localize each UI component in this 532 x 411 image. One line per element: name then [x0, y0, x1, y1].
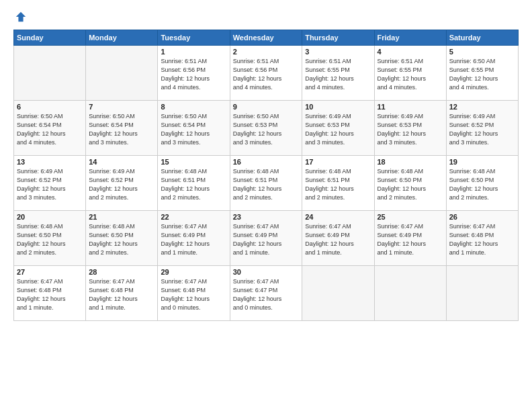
calendar-cell	[302, 266, 374, 321]
day-number: 25	[378, 213, 443, 221]
day-info: Sunrise: 6:47 AM Sunset: 6:48 PM Dayligh…	[17, 277, 83, 312]
calendar-cell: 14Sunrise: 6:49 AM Sunset: 6:52 PM Dayli…	[86, 156, 158, 211]
day-number: 24	[305, 213, 371, 221]
day-number: 15	[161, 158, 226, 166]
calendar-table: SundayMondayTuesdayWednesdayThursdayFrid…	[13, 30, 519, 321]
calendar-cell	[446, 266, 518, 321]
day-info: Sunrise: 6:47 AM Sunset: 6:47 PM Dayligh…	[233, 277, 299, 312]
day-number: 11	[378, 103, 443, 111]
day-number: 1	[161, 48, 226, 56]
weekday-header: Monday	[86, 30, 158, 46]
day-number: 19	[449, 158, 515, 166]
calendar-cell	[14, 46, 86, 101]
calendar-cell: 27Sunrise: 6:47 AM Sunset: 6:48 PM Dayli…	[14, 266, 86, 321]
day-number: 9	[233, 103, 299, 111]
calendar-cell: 3Sunrise: 6:51 AM Sunset: 6:55 PM Daylig…	[302, 46, 374, 101]
day-number: 8	[161, 103, 226, 111]
day-info: Sunrise: 6:49 AM Sunset: 6:53 PM Dayligh…	[378, 112, 443, 147]
logo-icon	[15, 11, 27, 23]
day-number: 28	[89, 268, 154, 276]
day-info: Sunrise: 6:48 AM Sunset: 6:50 PM Dayligh…	[449, 167, 515, 202]
calendar-cell: 20Sunrise: 6:48 AM Sunset: 6:50 PM Dayli…	[14, 211, 86, 266]
day-info: Sunrise: 6:51 AM Sunset: 6:55 PM Dayligh…	[305, 57, 371, 92]
calendar-cell	[86, 46, 158, 101]
day-number: 6	[17, 103, 83, 111]
calendar-cell: 10Sunrise: 6:49 AM Sunset: 6:53 PM Dayli…	[302, 101, 374, 156]
day-info: Sunrise: 6:48 AM Sunset: 6:51 PM Dayligh…	[305, 167, 371, 202]
calendar-cell: 1Sunrise: 6:51 AM Sunset: 6:56 PM Daylig…	[158, 46, 230, 101]
day-info: Sunrise: 6:50 AM Sunset: 6:54 PM Dayligh…	[17, 112, 83, 147]
calendar-cell: 11Sunrise: 6:49 AM Sunset: 6:53 PM Dayli…	[374, 101, 446, 156]
day-number: 4	[378, 48, 443, 56]
calendar-cell: 7Sunrise: 6:50 AM Sunset: 6:54 PM Daylig…	[86, 101, 158, 156]
day-info: Sunrise: 6:50 AM Sunset: 6:54 PM Dayligh…	[161, 112, 226, 147]
calendar-cell: 22Sunrise: 6:47 AM Sunset: 6:49 PM Dayli…	[158, 211, 230, 266]
calendar-cell: 21Sunrise: 6:48 AM Sunset: 6:50 PM Dayli…	[86, 211, 158, 266]
day-number: 13	[17, 158, 83, 166]
day-number: 10	[305, 103, 371, 111]
calendar-cell: 8Sunrise: 6:50 AM Sunset: 6:54 PM Daylig…	[158, 101, 230, 156]
calendar-week-row: 6Sunrise: 6:50 AM Sunset: 6:54 PM Daylig…	[14, 101, 519, 156]
calendar-cell: 9Sunrise: 6:50 AM Sunset: 6:53 PM Daylig…	[230, 101, 302, 156]
day-number: 22	[161, 213, 226, 221]
day-number: 18	[378, 158, 443, 166]
calendar-cell: 24Sunrise: 6:47 AM Sunset: 6:49 PM Dayli…	[302, 211, 374, 266]
day-info: Sunrise: 6:48 AM Sunset: 6:50 PM Dayligh…	[17, 222, 83, 257]
calendar-cell: 25Sunrise: 6:47 AM Sunset: 6:49 PM Dayli…	[374, 211, 446, 266]
day-number: 5	[449, 48, 515, 56]
calendar-cell: 26Sunrise: 6:47 AM Sunset: 6:48 PM Dayli…	[446, 211, 518, 266]
weekday-header: Tuesday	[158, 30, 230, 46]
calendar-cell: 30Sunrise: 6:47 AM Sunset: 6:47 PM Dayli…	[230, 266, 302, 321]
day-number: 12	[449, 103, 515, 111]
calendar-cell: 18Sunrise: 6:48 AM Sunset: 6:50 PM Dayli…	[374, 156, 446, 211]
day-info: Sunrise: 6:51 AM Sunset: 6:56 PM Dayligh…	[233, 57, 299, 92]
calendar-week-row: 13Sunrise: 6:49 AM Sunset: 6:52 PM Dayli…	[14, 156, 519, 211]
calendar-week-row: 1Sunrise: 6:51 AM Sunset: 6:56 PM Daylig…	[14, 46, 519, 101]
calendar-cell: 17Sunrise: 6:48 AM Sunset: 6:51 PM Dayli…	[302, 156, 374, 211]
calendar-cell: 19Sunrise: 6:48 AM Sunset: 6:50 PM Dayli…	[446, 156, 518, 211]
header	[13, 11, 519, 23]
calendar-cell	[374, 266, 446, 321]
day-number: 21	[89, 213, 154, 221]
day-info: Sunrise: 6:49 AM Sunset: 6:52 PM Dayligh…	[89, 167, 154, 202]
calendar-body: 1Sunrise: 6:51 AM Sunset: 6:56 PM Daylig…	[14, 46, 519, 321]
day-info: Sunrise: 6:51 AM Sunset: 6:55 PM Dayligh…	[378, 57, 443, 92]
weekday-header: Sunday	[14, 30, 86, 46]
calendar-cell: 23Sunrise: 6:47 AM Sunset: 6:49 PM Dayli…	[230, 211, 302, 266]
day-info: Sunrise: 6:50 AM Sunset: 6:54 PM Dayligh…	[89, 112, 154, 147]
day-info: Sunrise: 6:50 AM Sunset: 6:55 PM Dayligh…	[449, 57, 515, 92]
weekday-header: Wednesday	[230, 30, 302, 46]
calendar-cell: 6Sunrise: 6:50 AM Sunset: 6:54 PM Daylig…	[14, 101, 86, 156]
day-info: Sunrise: 6:47 AM Sunset: 6:49 PM Dayligh…	[233, 222, 299, 257]
weekday-header: Friday	[374, 30, 446, 46]
day-number: 30	[233, 268, 299, 276]
calendar-cell: 12Sunrise: 6:49 AM Sunset: 6:52 PM Dayli…	[446, 101, 518, 156]
day-number: 27	[17, 268, 83, 276]
calendar-week-row: 20Sunrise: 6:48 AM Sunset: 6:50 PM Dayli…	[14, 211, 519, 266]
day-number: 3	[305, 48, 371, 56]
day-number: 17	[305, 158, 371, 166]
day-info: Sunrise: 6:47 AM Sunset: 6:48 PM Dayligh…	[449, 222, 515, 257]
day-info: Sunrise: 6:47 AM Sunset: 6:49 PM Dayligh…	[305, 222, 371, 257]
calendar-cell: 2Sunrise: 6:51 AM Sunset: 6:56 PM Daylig…	[230, 46, 302, 101]
weekday-header: Thursday	[302, 30, 374, 46]
day-number: 20	[17, 213, 83, 221]
day-info: Sunrise: 6:50 AM Sunset: 6:53 PM Dayligh…	[233, 112, 299, 147]
day-info: Sunrise: 6:49 AM Sunset: 6:52 PM Dayligh…	[449, 112, 515, 147]
logo	[13, 11, 27, 23]
day-number: 23	[233, 213, 299, 221]
day-number: 16	[233, 158, 299, 166]
weekday-header: Saturday	[446, 30, 518, 46]
day-info: Sunrise: 6:48 AM Sunset: 6:51 PM Dayligh…	[161, 167, 226, 202]
day-number: 7	[89, 103, 154, 111]
day-info: Sunrise: 6:47 AM Sunset: 6:48 PM Dayligh…	[161, 277, 226, 312]
day-info: Sunrise: 6:48 AM Sunset: 6:50 PM Dayligh…	[89, 222, 154, 257]
day-number: 29	[161, 268, 226, 276]
calendar-cell: 15Sunrise: 6:48 AM Sunset: 6:51 PM Dayli…	[158, 156, 230, 211]
calendar-cell: 5Sunrise: 6:50 AM Sunset: 6:55 PM Daylig…	[446, 46, 518, 101]
day-info: Sunrise: 6:47 AM Sunset: 6:49 PM Dayligh…	[161, 222, 226, 257]
calendar-header: SundayMondayTuesdayWednesdayThursdayFrid…	[14, 30, 519, 46]
page: SundayMondayTuesdayWednesdayThursdayFrid…	[0, 0, 532, 411]
day-number: 14	[89, 158, 154, 166]
svg-marker-0	[16, 12, 26, 21]
